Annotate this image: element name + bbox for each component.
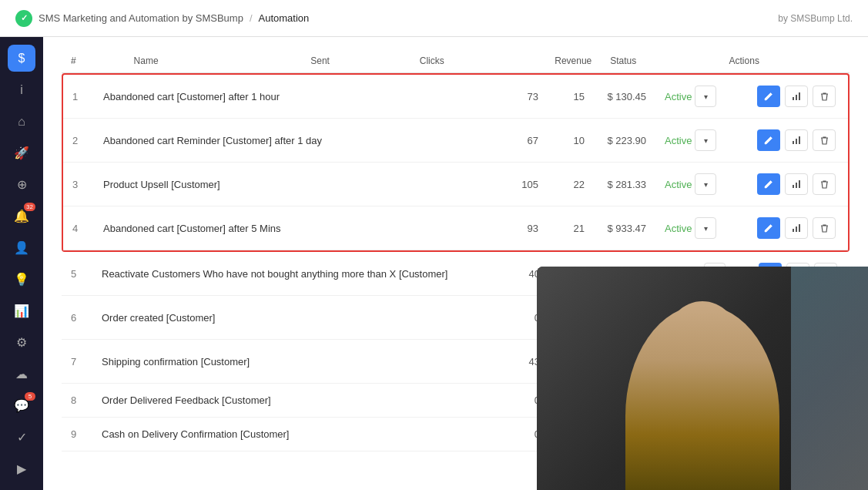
sent-count: 73 (501, 75, 548, 119)
sidebar-item-share[interactable]: ⊕ (8, 171, 35, 198)
col-header-sent: Sent (239, 49, 338, 73)
delete-button[interactable] (813, 173, 836, 195)
col-header-status: Status (601, 49, 719, 73)
top-bar: ✓ SMS Marketing and Automation by SMSBum… (0, 0, 868, 37)
stats-button[interactable] (785, 217, 808, 239)
delete-button[interactable] (813, 86, 836, 107)
status-badge: Active (665, 223, 692, 234)
revenue-value: $ 223.90 (594, 119, 655, 163)
cloud-icon: ☁ (15, 367, 28, 381)
breadcrumb-separator: / (250, 12, 253, 24)
clicks-count: 22 (548, 163, 594, 206)
sidebar-item-chart[interactable]: 📊 (8, 297, 35, 324)
sidebar-item-chat[interactable]: 💬 5 (8, 392, 35, 419)
edit-button[interactable] (757, 86, 780, 107)
automation-name: Order Delivered Feedback [Customer] (92, 384, 503, 418)
status-dropdown-button[interactable]: ▾ (695, 129, 716, 151)
sidebar-item-rocket[interactable]: 🚀 (8, 139, 35, 166)
chat-icon: 💬 (14, 398, 29, 413)
sidebar: $ i ⌂ 🚀 ⊕ 🔔 32 👤 💡 📊 ⚙ ☁ (0, 37, 43, 490)
delete-button[interactable] (813, 129, 836, 151)
col-header-name: Name (125, 49, 240, 73)
sidebar-item-gear[interactable]: ⚙ (8, 329, 35, 356)
sidebar-item-bell[interactable]: 🔔 32 (8, 203, 35, 230)
automation-name: Order created [Customer] (92, 296, 503, 340)
row-number: 4 (63, 206, 94, 250)
delete-button[interactable] (813, 217, 836, 239)
status-badge: Active (665, 179, 692, 190)
sent-count: 93 (501, 206, 548, 250)
automation-name: Abandoned cart [Customer] after 5 Mins (94, 206, 501, 250)
automation-name: Cash on Delivery Confirmation [Customer] (92, 418, 503, 451)
col-header-revenue: Revenue (454, 49, 602, 73)
edit-button[interactable] (757, 217, 780, 239)
status-dropdown-button[interactable]: ▾ (695, 86, 716, 107)
breadcrumb: ✓ SMS Marketing and Automation by SMSBum… (15, 10, 309, 27)
webcam-content (537, 267, 868, 490)
sidebar-item-home[interactable]: ⌂ (8, 108, 35, 135)
table-row: 3Product Upsell [Customer]10522$ 281.33A… (63, 163, 848, 206)
status-cell: Active▾ (655, 163, 748, 206)
page-title: Automation (259, 12, 310, 24)
highlighted-table: 1Abandoned cart [Customer] after 1 hour7… (63, 75, 848, 250)
svg-rect-4 (796, 139, 797, 144)
info-icon: i (20, 83, 23, 97)
automation-name: Shipping confirmation [Customer] (92, 340, 503, 384)
sidebar-item-bulb[interactable]: 💡 (8, 266, 35, 293)
actions-cell (748, 163, 848, 206)
status-badge: Active (665, 135, 692, 146)
row-number: 2 (63, 119, 94, 163)
status-dropdown-button[interactable]: ▾ (695, 217, 716, 239)
bulb-icon: 💡 (14, 272, 29, 287)
status-cell: Active▾ (655, 119, 748, 162)
sidebar-item-dollar[interactable]: $ (8, 45, 35, 72)
table-header-row: # Name Sent Clicks Revenue Status Action… (62, 49, 850, 73)
status-cell: Active▾ (655, 75, 748, 118)
sidebar-item-play[interactable]: ▶ (8, 455, 35, 482)
sidebar-item-check[interactable]: ✓ (8, 424, 35, 451)
company-name: by SMSBump Ltd. (778, 13, 853, 24)
edit-button[interactable] (757, 129, 780, 151)
svg-rect-6 (793, 185, 794, 188)
logo-icon: ✓ (15, 10, 32, 27)
status-cell: Active▾ (655, 206, 748, 250)
stats-button[interactable] (785, 173, 808, 195)
home-icon: ⌂ (18, 115, 25, 129)
automation-name: Abandoned cart Reminder [Customer] after… (94, 119, 501, 163)
automation-name: Product Upsell [Customer] (94, 163, 501, 206)
bell-badge: 32 (24, 203, 35, 211)
col-header-clicks: Clicks (339, 49, 454, 73)
stats-button[interactable] (785, 129, 808, 151)
table-row: 1Abandoned cart [Customer] after 1 hour7… (63, 75, 848, 119)
sidebar-item-info[interactable]: i (8, 76, 35, 103)
edit-button[interactable] (757, 173, 780, 195)
dollar-icon: $ (18, 52, 25, 65)
sent-count: 67 (501, 119, 548, 163)
table-row: 2Abandoned cart Reminder [Customer] afte… (63, 119, 848, 163)
status-dropdown-button[interactable]: ▾ (695, 173, 716, 195)
svg-rect-0 (793, 97, 794, 100)
clicks-count: 21 (548, 206, 594, 250)
automation-table: # Name Sent Clicks Revenue Status Action… (62, 49, 850, 73)
sidebar-item-cloud[interactable]: ☁ (8, 361, 35, 388)
stats-button[interactable] (785, 86, 808, 107)
person-body (625, 305, 779, 490)
revenue-value: $ 130.45 (594, 75, 655, 119)
share-icon: ⊕ (17, 177, 27, 192)
clicks-count: 10 (548, 119, 594, 163)
col-header-actions: Actions (720, 49, 850, 73)
row-number: 9 (62, 418, 92, 451)
sidebar-item-user[interactable]: 👤 (8, 234, 35, 261)
svg-rect-1 (796, 95, 797, 100)
app-name: SMS Marketing and Automation by SMSBump (39, 12, 243, 24)
row-number: 7 (62, 340, 92, 384)
check-icon: ✓ (17, 430, 27, 445)
row-number: 5 (62, 252, 92, 296)
webcam-bg (791, 267, 868, 490)
user-icon: 👤 (14, 240, 29, 255)
svg-rect-8 (799, 180, 800, 188)
row-number: 1 (63, 75, 94, 119)
svg-rect-10 (796, 227, 797, 232)
play-icon: ▶ (17, 461, 26, 476)
rocket-icon: 🚀 (14, 146, 29, 160)
